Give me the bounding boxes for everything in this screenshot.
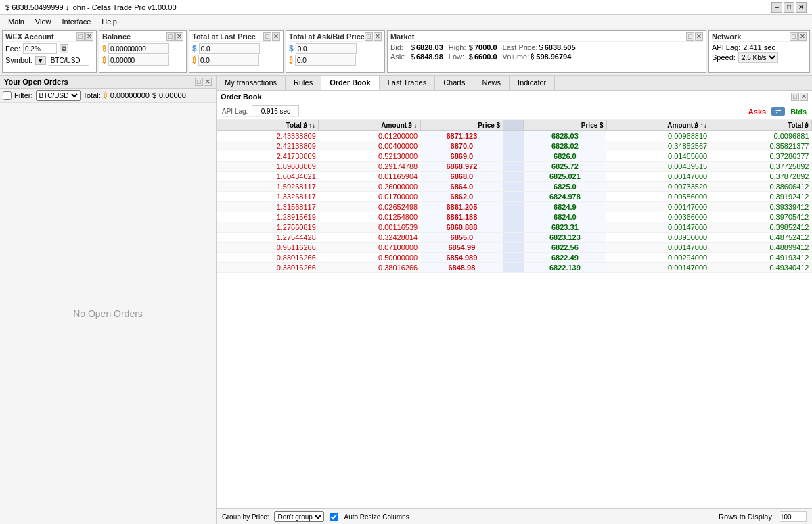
dropdown-icon[interactable]: ▼	[35, 56, 46, 65]
table-row[interactable]: 1.33268117 0.01700000 6862.0 6824.978 0.…	[217, 192, 812, 202]
total-ask-bid-minimize-icon[interactable]: □	[365, 32, 373, 41]
col-bid-amount[interactable]: Amount ₿ ↑↓	[606, 120, 710, 131]
table-row[interactable]: 1.27660819 0.00116539 6860.888 6823.31 0…	[217, 222, 812, 233]
ob-close-icon[interactable]: ✕	[800, 93, 808, 101]
bid-amount: 0.00439515	[606, 162, 710, 172]
dollar-icon-2: $	[289, 44, 294, 53]
ask-value: 6848.98	[416, 53, 443, 61]
total-ask-bid-btc[interactable]	[295, 55, 356, 66]
open-orders-minimize-icon[interactable]: □	[195, 78, 203, 86]
tab-news[interactable]: News	[474, 76, 510, 90]
order-book-table-container[interactable]: Total ₿ ↑↓ Amount ₿ ↓ Price $ Price $ Am…	[217, 120, 812, 508]
group-by-select[interactable]: Don't group 0.01 0.1 1.0 10.0	[274, 511, 324, 522]
table-row[interactable]: 2.42138809 0.00400000 6870.0 6828.02 0.3…	[217, 141, 812, 151]
fee-input[interactable]	[23, 43, 57, 54]
table-row[interactable]: 0.88016266 0.50000000 6854.989 6822.49 0…	[217, 253, 812, 263]
speed-select[interactable]: 2.6 Kb/s	[738, 52, 778, 63]
balance-close-icon[interactable]: ✕	[175, 32, 183, 41]
table-row[interactable]: 0.95116266 0.07100000 6854.99 6822.56 0.…	[217, 243, 812, 253]
volume-btc-icon: ₿	[531, 53, 535, 61]
close-button[interactable]: ✕	[796, 2, 807, 13]
bid-amount: 0.00586000	[606, 192, 710, 202]
bid-total: 0.39339412	[710, 202, 811, 212]
menu-main[interactable]: Main	[3, 15, 30, 28]
ask-total: 1.89608809	[217, 162, 319, 172]
wex-minimize-icon[interactable]: □	[76, 32, 85, 41]
ask-amount: 0.00400000	[319, 141, 420, 151]
open-orders-close-icon[interactable]: ✕	[204, 78, 212, 86]
total-last-close-icon[interactable]: ✕	[272, 32, 280, 41]
col-ask-amount[interactable]: Amount ₿ ↓	[319, 120, 420, 131]
table-row[interactable]: 1.59268117 0.26000000 6864.0 6825.0 0.00…	[217, 182, 812, 192]
high-label: High:	[449, 43, 468, 51]
table-row[interactable]: 1.31568117 0.02652498 6861.205 6824.9 0.…	[217, 202, 812, 212]
market-minimize-icon[interactable]: □	[686, 32, 694, 41]
total-label: Total:	[83, 91, 101, 99]
market-close-icon[interactable]: ✕	[695, 32, 703, 41]
filter-pair-select[interactable]: BTC/USD	[36, 90, 81, 101]
bid-total: 0.39705412	[710, 212, 811, 222]
total-last-minimize-icon[interactable]: □	[263, 32, 271, 41]
bid-price: 6823.123	[524, 233, 607, 243]
tab-indicator[interactable]: Indicator	[510, 76, 555, 90]
menu-interface[interactable]: Interface	[57, 15, 97, 28]
minimize-button[interactable]: –	[771, 2, 782, 13]
main-content: Your Open Orders □ ✕ Filter: BTC/USD Tot…	[0, 76, 812, 524]
copy-icon[interactable]: ⧉	[60, 44, 68, 53]
table-row[interactable]: 2.43338809 0.01200000 6871.123 6828.03 0…	[217, 131, 812, 141]
ask-amount: 0.01700000	[319, 192, 420, 202]
balance-btc2[interactable]	[108, 55, 169, 66]
total-last-btc[interactable]	[198, 55, 259, 66]
table-row[interactable]: 1.89608809 0.29174788 6868.972 6825.72 0…	[217, 162, 812, 172]
table-row[interactable]: 2.41738809 0.52130000 6869.0 6826.0 0.01…	[217, 151, 812, 162]
total-last-price-panel: Total at Last Price □ ✕ $ ₿	[189, 30, 284, 73]
col-ask-total[interactable]: Total ₿ ↑↓	[217, 120, 319, 131]
order-book-panel: Order Book □ ✕ API Lag: Asks ⇌ Bids	[217, 91, 812, 524]
total-ask-bid-close-icon[interactable]: ✕	[374, 32, 382, 41]
total-last-price-title: Total at Last Price	[192, 32, 256, 41]
filter-row: Filter: BTC/USD Total: ₿ 0.00000000 $ 0.…	[0, 89, 216, 103]
menu-help[interactable]: Help	[96, 15, 122, 28]
col-ask-price-ask[interactable]: Price $	[420, 120, 503, 131]
ask-price: 6848.98	[420, 263, 503, 273]
table-row[interactable]: 0.38016266 0.38016266 6848.98 6822.139 0…	[217, 263, 812, 273]
filter-checkbox[interactable]	[3, 91, 12, 100]
ask-total: 1.31568117	[217, 202, 319, 212]
table-row[interactable]: 1.28915619 0.01254800 6861.188 6824.0 0.…	[217, 212, 812, 222]
tab-charts[interactable]: Charts	[435, 76, 474, 90]
ask-amount: 0.52130000	[319, 151, 420, 162]
ask-price: 6861.188	[420, 212, 503, 222]
bid-amount: 0.00147000	[606, 263, 710, 273]
wex-close-icon[interactable]: ✕	[85, 32, 93, 41]
network-minimize-icon[interactable]: □	[790, 32, 798, 41]
table-row[interactable]: 1.60434021 0.01165904 6868.0 6825.021 0.…	[217, 172, 812, 182]
bid-total: 0.39852412	[710, 222, 811, 233]
btc-icon-1: ₿	[102, 45, 106, 53]
ob-minimize-icon[interactable]: □	[791, 93, 799, 101]
tab-rules[interactable]: Rules	[286, 76, 321, 90]
col-bid-total[interactable]: Total ₿	[710, 120, 811, 131]
tab-my-transactions[interactable]: My transactions	[217, 76, 286, 90]
bid-amount: 0.00147000	[606, 222, 710, 233]
menu-view[interactable]: View	[30, 15, 57, 28]
tab-last-trades[interactable]: Last Trades	[380, 76, 435, 90]
network-close-icon[interactable]: ✕	[798, 32, 807, 41]
bid-amount: 0.00294000	[606, 253, 710, 263]
symbol-input[interactable]	[49, 55, 89, 66]
swap-button[interactable]: ⇌	[771, 107, 785, 116]
col-sep	[503, 151, 524, 162]
api-lag-input[interactable]	[252, 105, 299, 116]
tab-order-book[interactable]: Order Book	[321, 76, 380, 90]
table-row[interactable]: 1.27544428 0.32428014 6855.0 6823.123 0.…	[217, 233, 812, 243]
total-last-usd[interactable]	[199, 43, 260, 54]
ask-amount: 0.02652498	[319, 202, 420, 212]
maximize-button[interactable]: □	[784, 2, 794, 13]
total-ask-bid-usd[interactable]	[296, 43, 357, 54]
auto-resize-checkbox[interactable]	[330, 513, 338, 521]
ask-price: 6870.0	[420, 141, 503, 151]
col-bid-price[interactable]: Price $	[524, 120, 607, 131]
balance-minimize-icon[interactable]: □	[166, 32, 175, 41]
bid-value: 6828.03	[416, 43, 443, 51]
balance-btc1[interactable]	[108, 43, 169, 54]
rows-input[interactable]	[780, 511, 807, 522]
